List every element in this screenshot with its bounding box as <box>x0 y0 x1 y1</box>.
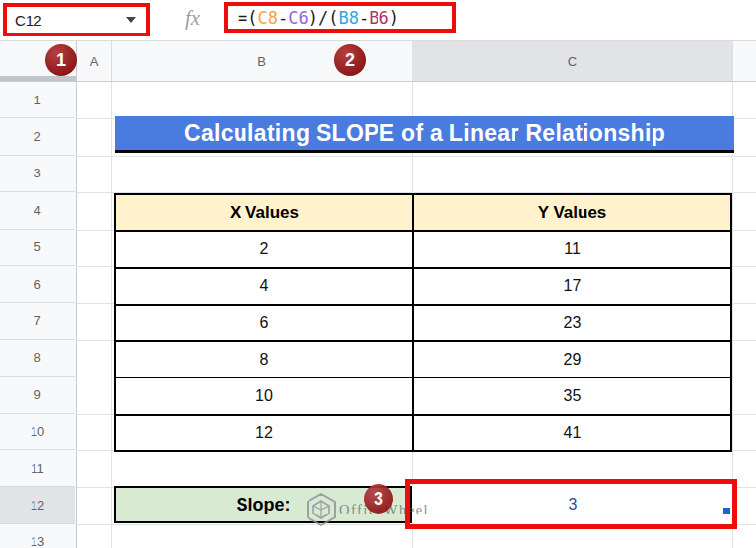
table-cell[interactable]: 41 <box>414 416 730 450</box>
formula-input[interactable]: =(C8-C6)/(B8-B6) <box>228 8 399 28</box>
frozen-pane-shadow <box>0 76 76 81</box>
spreadsheet-app: C12 fx =(C8-C6)/(B8-B6) A B C 1234567891… <box>0 0 756 548</box>
slope-label: Slope: <box>236 495 290 515</box>
column-header-c[interactable]: C <box>412 41 733 81</box>
v-gridline <box>111 82 112 548</box>
fx-icon: fx <box>185 6 200 31</box>
row-header-10[interactable]: 10 <box>0 414 75 450</box>
table-header-cell[interactable]: Y Values <box>414 195 730 230</box>
column-header-d[interactable] <box>732 41 756 81</box>
row-header-12[interactable]: 12 <box>0 487 75 523</box>
annotation-badge-1: 1 <box>45 44 77 76</box>
row-header-5[interactable]: 5 <box>0 230 75 266</box>
table-cell[interactable]: 8 <box>116 342 412 377</box>
formula-token: B8 <box>338 8 358 28</box>
row-header-7[interactable]: 7 <box>0 303 75 339</box>
table-cell[interactable]: 29 <box>414 342 730 377</box>
data-table: X ValuesY Values21141762382910351241 <box>114 193 732 452</box>
row-header-3[interactable]: 3 <box>0 156 75 192</box>
table-cell[interactable]: 17 <box>414 269 730 304</box>
formula-token: =( <box>238 8 257 28</box>
name-box-dropdown-icon[interactable] <box>126 17 136 23</box>
formula-token: C6 <box>288 8 308 28</box>
table-cell[interactable]: 23 <box>414 306 730 340</box>
row-header-1[interactable]: 1 <box>0 82 75 118</box>
table-cell[interactable]: 12 <box>116 416 412 450</box>
formula-token: - <box>359 8 369 28</box>
row-header-13[interactable]: 13 <box>0 524 75 548</box>
sheet-title: Calculating SLOPE of a Linear Relationsh… <box>184 120 665 147</box>
formula-token: - <box>278 8 288 28</box>
table-cell[interactable]: 11 <box>414 232 730 266</box>
formula-bar: C12 fx =(C8-C6)/(B8-B6) <box>0 0 756 41</box>
table-cell[interactable]: 6 <box>116 306 412 340</box>
column-header-row: A B C <box>0 41 756 82</box>
selection-fill-handle[interactable] <box>723 508 730 514</box>
row-header-8[interactable]: 8 <box>0 340 75 377</box>
table-cell[interactable]: 2 <box>116 232 412 266</box>
column-header-b[interactable]: B <box>111 41 413 81</box>
formula-box[interactable]: =(C8-C6)/(B8-B6) <box>224 2 456 33</box>
row-header-6[interactable]: 6 <box>0 266 75 303</box>
officewheel-logo-icon <box>307 493 336 526</box>
row-header-9[interactable]: 9 <box>0 377 75 413</box>
row-header-column: 12345678910111213 <box>0 82 77 548</box>
formula-token: B6 <box>369 8 388 28</box>
formula-token: C8 <box>257 8 277 28</box>
table-cell[interactable]: 4 <box>116 269 412 304</box>
h-gridline <box>76 156 756 157</box>
annotation-badge-3: 3 <box>364 484 393 514</box>
formula-token: )/( <box>309 8 339 28</box>
table-cell[interactable]: 10 <box>116 378 412 413</box>
name-box-value: C12 <box>7 12 42 29</box>
formula-token: ) <box>389 8 399 28</box>
column-header-a[interactable]: A <box>76 41 112 81</box>
name-box[interactable]: C12 <box>3 3 150 36</box>
row-header-4[interactable]: 4 <box>0 192 75 229</box>
row-header-11[interactable]: 11 <box>0 450 75 487</box>
table-cell[interactable]: 35 <box>414 378 730 413</box>
title-banner-cell[interactable]: Calculating SLOPE of a Linear Relationsh… <box>115 116 734 153</box>
annotation-badge-2: 2 <box>334 44 366 76</box>
annotation-rect-slope-result <box>405 479 737 529</box>
row-header-2[interactable]: 2 <box>0 118 75 155</box>
table-header-cell[interactable]: X Values <box>116 195 412 230</box>
